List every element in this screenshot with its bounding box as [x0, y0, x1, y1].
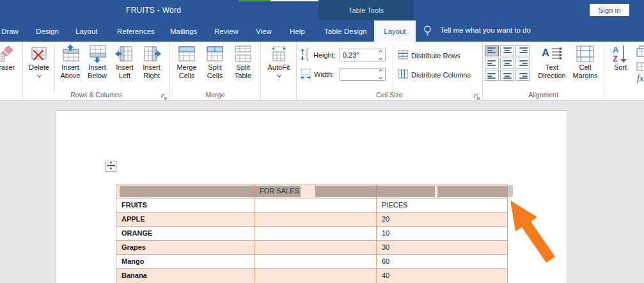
cell-orange[interactable]: ORANGE: [116, 227, 255, 240]
table-tools-contextual-header: Table Tools: [318, 0, 414, 20]
cell-border: [255, 184, 255, 198]
autofit-label: AutoFit: [268, 63, 290, 72]
cell-empty[interactable]: [255, 227, 376, 240]
split-table-icon: [234, 44, 252, 63]
fruits-table[interactable]: FOR SALES FRUITS PIECES APPLE 20 ORANGE …: [116, 184, 508, 283]
tell-me-box[interactable]: Tell me what you want to do: [440, 26, 531, 34]
insert-above-button[interactable]: Insert Above: [57, 44, 84, 80]
distribute-columns-button[interactable]: Distribute Columns: [398, 69, 471, 80]
cell-apple[interactable]: APPLE: [116, 213, 255, 226]
tab-review[interactable]: Review: [214, 20, 239, 42]
cell-mango-count[interactable]: 60: [376, 255, 507, 268]
insert-left-button[interactable]: Insert Left: [111, 44, 138, 80]
insert-below-button[interactable]: Insert Below: [84, 44, 111, 80]
cell-margins-button[interactable]: Cell Margins: [570, 44, 601, 80]
align-bottom-center-button[interactable]: [500, 70, 514, 81]
eraser-button[interactable]: Eraser: [0, 44, 19, 72]
selection-highlight: [437, 186, 508, 197]
cell-apple-count[interactable]: 20: [376, 213, 507, 226]
distribute-columns-icon: [398, 69, 408, 80]
convert-to-text-icon[interactable]: [636, 62, 644, 75]
tab-draw[interactable]: Draw: [1, 20, 19, 42]
table-row[interactable]: APPLE 20: [116, 213, 507, 227]
group-cell-size: Height: Width:: [297, 42, 483, 100]
align-top-center-button[interactable]: [500, 45, 514, 56]
group-rows-columns: Delete Insert Above Insert Below: [23, 42, 170, 100]
cell-grapes-count[interactable]: 30: [376, 241, 507, 254]
align-center-left-button[interactable]: [485, 58, 499, 69]
eraser-label: Eraser: [0, 63, 15, 72]
cell-pieces[interactable]: PIECES: [376, 198, 507, 212]
align-bottom-right-button[interactable]: [515, 70, 530, 81]
split-cells-button[interactable]: Split Cells: [201, 44, 229, 80]
table-row[interactable]: ORANGE 10: [116, 227, 507, 241]
split-cells-label: Split Cells: [201, 63, 229, 80]
sign-in-button[interactable]: Sign in: [590, 4, 629, 16]
document-canvas: FOR SALES FRUITS PIECES APPLE 20 ORANGE …: [0, 101, 644, 283]
rows-columns-dialog-launcher-icon[interactable]: [161, 92, 168, 98]
table-row[interactable]: FRUITS PIECES: [116, 198, 507, 213]
cell-fruits[interactable]: FRUITS: [116, 198, 255, 212]
ribbon: Eraser Delete Insert Above: [0, 42, 644, 101]
table-row[interactable]: Grapes 30: [116, 241, 507, 255]
cell-empty[interactable]: [255, 255, 376, 268]
distribute-columns-label: Distribute Columns: [411, 71, 471, 79]
tab-mailings[interactable]: Mailings: [170, 20, 197, 42]
cell-empty[interactable]: [255, 213, 376, 226]
group-alignment: A Text Direction Cell Margins Alignment: [483, 42, 604, 100]
group-merge: Merge Cells Split Cells Split Table Merg…: [170, 42, 261, 100]
cell-margins-icon: [576, 44, 595, 63]
document-page[interactable]: FOR SALES FRUITS PIECES APPLE 20 ORANGE …: [56, 110, 567, 283]
table-row[interactable]: Banana 40: [116, 269, 507, 283]
cell-empty[interactable]: [255, 198, 376, 212]
column-width-icon: [300, 67, 311, 81]
sort-button[interactable]: AZ Sort: [607, 44, 634, 72]
text-direction-button[interactable]: A Text Direction: [535, 44, 569, 80]
repeat-header-rows-icon[interactable]: [636, 45, 644, 60]
selection-highlight: [315, 186, 435, 197]
autofit-button[interactable]: AutoFit: [265, 44, 293, 77]
table-move-handle[interactable]: [106, 161, 116, 172]
tab-help[interactable]: Help: [290, 20, 305, 42]
cell-orange-count[interactable]: 10: [376, 227, 507, 240]
top-accent-green: [239, 0, 271, 1]
title-bar: FRUITS - Word Table Tools Sign in: [0, 0, 644, 20]
merge-cells-label: Merge Cells: [173, 63, 201, 80]
group-label-merge: Merge: [170, 91, 260, 99]
table-row[interactable]: Mango 60: [116, 255, 507, 269]
tab-design[interactable]: Design: [36, 20, 59, 42]
delete-button[interactable]: Delete: [24, 44, 54, 77]
distribute-rows-icon: [398, 50, 408, 61]
align-top-right-button[interactable]: [515, 45, 530, 56]
align-top-left-button[interactable]: [485, 45, 499, 56]
cell-banana[interactable]: Banana: [116, 269, 255, 283]
split-table-button[interactable]: Split Table: [229, 44, 257, 80]
cell-empty[interactable]: [255, 269, 376, 283]
merge-cells-button[interactable]: Merge Cells: [173, 44, 201, 80]
cell-banana-count[interactable]: 40: [376, 269, 507, 283]
align-center-right-button[interactable]: [515, 58, 530, 69]
cell-grapes[interactable]: Grapes: [116, 241, 255, 254]
height-label: Height:: [313, 51, 336, 59]
table-header-row-selected[interactable]: FOR SALES: [116, 184, 507, 198]
tab-view[interactable]: View: [256, 20, 272, 42]
align-center-button[interactable]: [500, 58, 514, 69]
group-label-rows-columns: Rows & Columns: [23, 91, 169, 99]
distribute-rows-button[interactable]: Distribute Rows: [398, 50, 460, 61]
tab-references[interactable]: References: [117, 20, 155, 42]
delete-table-icon: [30, 44, 48, 63]
group-label-cell-size: Cell Size: [297, 91, 482, 99]
tab-table-design[interactable]: Table Design: [324, 20, 366, 42]
align-bottom-left-button[interactable]: [485, 70, 499, 81]
cell-empty[interactable]: [255, 241, 376, 254]
formula-icon[interactable]: fx: [637, 74, 643, 84]
width-spinner[interactable]: [377, 70, 384, 79]
tab-table-layout-active[interactable]: Layout: [374, 20, 416, 42]
height-spinner[interactable]: [377, 51, 384, 60]
insert-left-label: Insert Left: [111, 63, 138, 80]
insert-right-button[interactable]: Insert Right: [138, 44, 165, 80]
cell-mango[interactable]: Mango: [116, 255, 255, 268]
svg-text:A: A: [613, 45, 619, 54]
tab-layout[interactable]: Layout: [75, 20, 98, 42]
cell-size-dialog-launcher-icon[interactable]: [474, 92, 480, 98]
